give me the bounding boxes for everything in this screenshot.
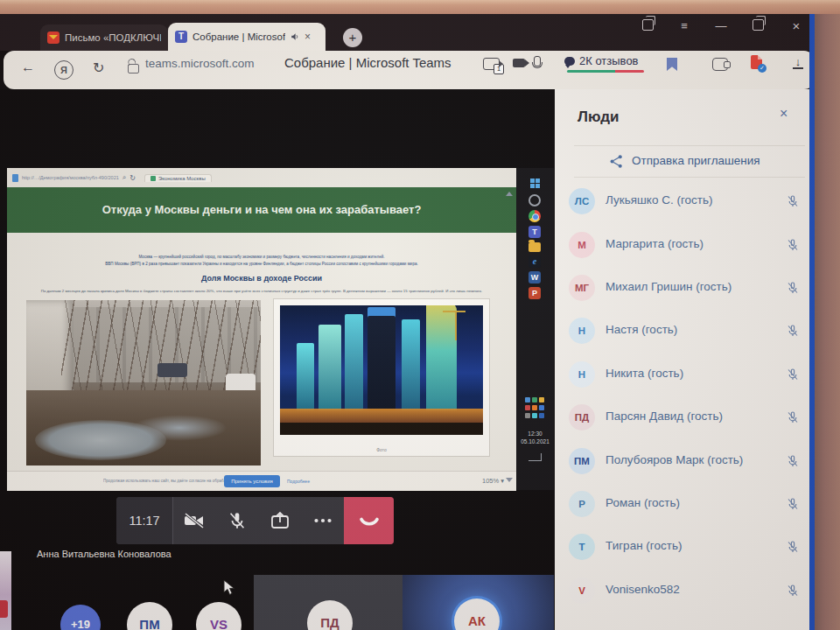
participant-mic-off-icon[interactable] <box>786 368 800 382</box>
reload-icon[interactable]: ↻ <box>93 60 104 76</box>
downloads-icon[interactable]: ↓ <box>792 55 804 69</box>
reviews-rating-bar <box>567 70 644 73</box>
participant-name: Парсян Давид (гость) <box>606 410 723 423</box>
windows-start-icon[interactable] <box>530 178 535 183</box>
tray-icons-row2[interactable] <box>525 405 530 410</box>
minimize-icon[interactable]: — <box>712 19 730 33</box>
participant-row[interactable]: ПМ Полубояров Марк (гость) <box>555 445 809 477</box>
participant-avatar: V <box>569 578 595 604</box>
cookie-details-link[interactable]: Подробнее <box>287 479 310 484</box>
tabs-overview-icon[interactable] <box>639 19 656 33</box>
participant-row[interactable]: М Маргарита (гость) <box>555 229 809 261</box>
show-desktop-button[interactable] <box>528 453 542 461</box>
tab-mail-title: Письмо «ПОДКЛЮЧЕНИ <box>65 32 161 43</box>
more-options-button[interactable] <box>301 497 344 544</box>
scroll-up-icon[interactable] <box>506 192 513 196</box>
pdf-check-badge: ✓ <box>758 64 766 73</box>
browser-menu-icon[interactable]: ≡ <box>676 19 693 33</box>
mouse-cursor <box>223 579 235 597</box>
yandex-icon[interactable]: Я <box>54 60 74 80</box>
participant-avatar: ЛС <box>569 188 595 214</box>
people-panel-close-icon[interactable]: × <box>780 106 788 122</box>
mic-off-icon <box>228 511 247 530</box>
tray-icons-row3[interactable] <box>525 413 530 418</box>
participant-row[interactable]: ПД Парсян Давид (гость) <box>555 402 809 433</box>
ie-search-icon: ⌕ <box>122 173 126 182</box>
shared-banner-title: Откуда у Москвы деньги и на чем она их з… <box>7 187 516 233</box>
participant-name: Полубояров Марк (гость) <box>606 453 743 466</box>
ie-url-text: http://…/Демография/москва/публ-490/2021 <box>22 175 119 180</box>
explorer-icon[interactable] <box>528 242 541 252</box>
cookie-accept-button[interactable]: Принять условия <box>224 475 280 487</box>
tray-icons-row1[interactable] <box>525 397 530 402</box>
participant-name: Настя (гость) <box>606 323 677 336</box>
divider <box>574 145 805 146</box>
teams-taskbar-icon[interactable]: T <box>528 226 541 238</box>
shared-section-title: Доля Москвы в доходе России <box>7 274 516 283</box>
tab-teams-meeting[interactable]: T Собрание | Microsof × <box>168 23 326 51</box>
hang-up-button[interactable] <box>344 497 394 544</box>
word-icon[interactable]: W <box>528 271 541 284</box>
url-text[interactable]: teams.microsoft.com <box>145 57 255 70</box>
share-invite-icon <box>609 154 624 169</box>
restore-icon[interactable] <box>749 19 766 33</box>
shared-section-text: По данным 2 месяцев до начала кризиса до… <box>16 289 508 293</box>
photo-caption: Фото <box>274 447 489 452</box>
participant-mic-off-icon[interactable] <box>786 584 800 598</box>
chrome-icon[interactable] <box>528 210 541 222</box>
participant-name: Лукьяшко С. (гость) <box>606 193 713 206</box>
participant-row[interactable]: Н Настя (гость) <box>555 315 809 346</box>
mic-off-button[interactable] <box>216 497 259 544</box>
participant-mic-off-icon[interactable] <box>786 497 800 511</box>
shared-intro-line1: Москва — крупнейший российский город, по… <box>26 255 497 259</box>
participant-mic-off-icon[interactable] <box>786 194 800 208</box>
pdf-extension-icon[interactable]: ✓ <box>751 55 762 69</box>
participant-avatar: М <box>569 232 595 258</box>
shared-taskbar: T e W P 12:30 05.10.2021 <box>516 168 554 490</box>
participant-row[interactable]: ЛС Лукьяшко С. (гость) <box>555 186 809 217</box>
tab-mail[interactable]: Письмо «ПОДКЛЮЧЕНИ <box>40 24 168 51</box>
participant-mic-off-icon[interactable] <box>786 454 800 468</box>
participant-row[interactable]: МГ Михаил Гришин (гость) <box>555 272 809 304</box>
night-skyline <box>280 305 483 435</box>
camera-indicator-badge: 1 <box>494 64 504 74</box>
invite-row[interactable] <box>609 153 624 169</box>
tab-audio-icon[interactable] <box>290 32 299 41</box>
participant-mic-off-icon[interactable] <box>786 238 800 252</box>
meeting-timer: 11:17 <box>116 497 173 544</box>
camera-indicator-icon[interactable]: 1 <box>483 58 500 70</box>
tab-close-icon[interactable]: × <box>304 31 311 43</box>
photo-muddy-street <box>26 300 261 466</box>
ie-zoom-level[interactable]: 105% ▾ <box>482 477 504 485</box>
mic-permission-icon[interactable] <box>534 56 541 66</box>
powerpoint-icon[interactable]: P <box>528 287 541 299</box>
share-screen-button[interactable] <box>259 497 302 544</box>
participant-mic-off-icon[interactable] <box>786 324 800 338</box>
cortana-icon[interactable] <box>528 194 541 206</box>
screen-photo: Письмо «ПОДКЛЮЧЕНИ T Собрание | Microsof… <box>0 0 840 630</box>
video-permission-icon[interactable] <box>513 59 525 67</box>
site-reviews[interactable]: 2К отзывов <box>564 54 639 67</box>
participant-avatar: Н <box>569 318 595 344</box>
participant-row[interactable]: Н Никита (гость) <box>555 359 809 390</box>
participant-row[interactable]: Т Тигран (гость) <box>555 531 809 563</box>
cookie-text: Продолжая использовать наш сайт, вы даёт… <box>103 479 313 483</box>
participant-row[interactable]: Р Роман (гость) <box>555 488 809 520</box>
invite-label[interactable]: Отправка приглашения <box>632 154 760 167</box>
participant-mic-off-icon[interactable] <box>786 540 800 554</box>
back-icon[interactable]: ← <box>21 60 35 75</box>
close-window-icon[interactable]: × <box>788 19 805 33</box>
ie-tab-title: Экономика Москвы <box>158 176 206 181</box>
lock-icon[interactable] <box>128 64 139 74</box>
ie-taskbar-icon[interactable]: e <box>528 256 541 268</box>
participant-avatar: МГ <box>569 275 595 301</box>
reviews-label: 2К отзывов <box>579 54 639 67</box>
scroll-down-icon[interactable] <box>506 478 513 482</box>
camera-off-button[interactable] <box>173 497 216 544</box>
participant-avatar: Р <box>569 491 595 517</box>
extensions-icon[interactable] <box>712 58 728 71</box>
participant-mic-off-icon[interactable] <box>786 281 800 295</box>
participant-row[interactable]: V Vonisenko582 <box>555 575 809 606</box>
new-tab-button[interactable]: + <box>343 28 362 47</box>
participant-mic-off-icon[interactable] <box>786 410 800 424</box>
